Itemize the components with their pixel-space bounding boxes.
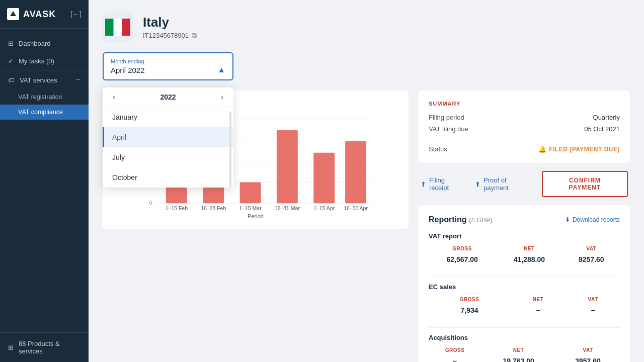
status-badge: 🔔 FILED (PAYMENT DUE) xyxy=(538,145,620,153)
action-bar: ⬆ Filing receipt ⬆ Proof of payment CONF… xyxy=(419,171,630,197)
ec-vat: – xyxy=(566,304,620,319)
month-selector-wrap: Month ending April 2022 ▲ ‹ 2022 › Janua… xyxy=(103,52,630,80)
svg-rect-18 xyxy=(313,153,335,204)
svg-marker-0 xyxy=(10,11,16,16)
bell-icon: 🔔 xyxy=(538,145,547,153)
table-row: 7,934 – – xyxy=(429,304,620,319)
svg-rect-2 xyxy=(114,19,122,36)
month-selector-value: April 2022 ▲ xyxy=(111,65,225,74)
acquisitions-title: Acquisitions xyxy=(429,334,620,341)
sidebar-nav: ⊞ Dashboard ✓ My tasks (0) 🏷 VAT service… xyxy=(0,29,89,332)
report-divider-1 xyxy=(429,277,620,277)
report-divider-2 xyxy=(429,327,620,328)
country-info: Italy IT12345678901 ⧉ xyxy=(143,15,197,40)
copy-icon[interactable]: ⧉ xyxy=(192,31,197,40)
table-row: – 19,763.00 3952.60 xyxy=(429,355,620,362)
month-selector-label: Month ending xyxy=(111,58,225,64)
svg-text:16–30 Apr: 16–30 Apr xyxy=(344,206,368,211)
upload-icon: ⬆ xyxy=(421,180,426,188)
svg-text:0: 0 xyxy=(149,200,152,206)
svg-text:1–15 Mar: 1–15 Mar xyxy=(239,206,262,211)
reporting-header: Reporting (£ GBP) ⬇ Download reports xyxy=(429,215,620,224)
svg-rect-16 xyxy=(240,182,261,203)
summary-divider xyxy=(429,139,620,139)
confirm-payment-button[interactable]: CONFIRM PAYMENT xyxy=(542,171,628,197)
status-row: Status 🔔 FILED (PAYMENT DUE) xyxy=(429,145,620,153)
svg-text:16–28 Feb: 16–28 Feb xyxy=(201,206,226,211)
filing-period-value: Quarterly xyxy=(593,114,620,121)
svg-rect-17 xyxy=(277,130,298,204)
vat-services-section: 🏷 VAT services − VAT registration VAT co… xyxy=(0,70,89,120)
logo: AVASK xyxy=(7,8,56,20)
col-gross-header: GROSS xyxy=(429,244,496,253)
month-option-january[interactable]: January xyxy=(103,107,233,127)
ec-sales-title: EC sales xyxy=(429,283,620,291)
download-reports-label: Download reports xyxy=(573,216,620,223)
sidebar-item-my-tasks[interactable]: ✓ My tasks (0) xyxy=(0,52,89,70)
svg-text:1–15 Apr: 1–15 Apr xyxy=(313,206,335,211)
x-axis-label: Period xyxy=(113,213,398,219)
ec-sales-table: GROSS NET VAT 7,934 – – xyxy=(429,295,620,319)
dropdown-scrollbar xyxy=(229,112,231,188)
vat-number: IT12345678901 xyxy=(143,32,189,39)
country-name: Italy xyxy=(143,15,197,30)
filing-period-row: Filing period Quarterly xyxy=(429,114,620,121)
month-option-july[interactable]: July xyxy=(103,147,233,167)
sidebar-item-vat-services[interactable]: 🏷 VAT services − xyxy=(0,70,89,89)
svg-text:16–31 Mar: 16–31 Mar xyxy=(275,206,300,211)
month-dropdown: ‹ 2022 › January April July October xyxy=(103,87,233,188)
filing-receipt-link[interactable]: ⬆ Filing receipt xyxy=(421,176,465,192)
logo-icon xyxy=(7,8,19,20)
upload-icon-2: ⬆ xyxy=(475,180,480,188)
acq-net: 19,763.00 xyxy=(481,355,556,362)
summary-title: SUMMARY xyxy=(429,101,620,107)
svg-rect-3 xyxy=(122,19,130,36)
acq-vat: 3952.60 xyxy=(556,355,620,362)
ec-col-net: NET xyxy=(510,295,566,304)
vat-filing-due-label: VAT filing due xyxy=(429,125,468,133)
country-vat-id: IT12345678901 ⧉ xyxy=(143,31,197,40)
vat-report-gross: 62,567.00 xyxy=(429,253,496,268)
country-flag xyxy=(103,12,133,42)
sidebar-item-dashboard[interactable]: ⊞ Dashboard xyxy=(0,35,89,52)
sidebar-bottom-products[interactable]: ⊞ 88 Products & services xyxy=(0,332,89,362)
proof-payment-label: Proof of payment xyxy=(484,176,532,192)
vat-filing-due-row: VAT filing due 05 Oct 2021 xyxy=(429,125,620,133)
year-prev-button[interactable]: ‹ xyxy=(111,93,117,102)
year-next-button[interactable]: › xyxy=(219,93,225,102)
sidebar: AVASK [←] ⊞ Dashboard ✓ My tasks (0) 🏷 V… xyxy=(0,0,89,362)
reporting-title: Reporting xyxy=(429,215,467,224)
check-circle-icon: ✓ xyxy=(8,57,14,65)
country-header: Italy IT12345678901 ⧉ xyxy=(103,12,630,42)
reporting-currency: (£ GBP) xyxy=(469,216,493,224)
collapse-button[interactable]: [←] xyxy=(70,10,82,18)
svg-rect-19 xyxy=(345,141,366,204)
reporting-card: Reporting (£ GBP) ⬇ Download reports VAT… xyxy=(419,205,630,362)
sidebar-header: AVASK [←] xyxy=(0,0,89,29)
download-icon: ⬇ xyxy=(565,216,570,223)
download-reports-link[interactable]: ⬇ Download reports xyxy=(565,216,620,223)
col-net-header: NET xyxy=(496,244,562,253)
ec-col-vat: VAT xyxy=(566,295,620,304)
status-value: FILED (PAYMENT DUE) xyxy=(549,146,620,153)
sidebar-item-label: VAT services xyxy=(20,76,57,84)
summary-card: SUMMARY Filing period Quarterly VAT fili… xyxy=(419,90,630,163)
products-services-label: 88 Products & services xyxy=(19,340,80,355)
table-row: 62,567.00 41,288.00 8257.60 xyxy=(429,253,620,268)
vat-report-title: VAT report xyxy=(429,232,620,240)
acq-col-vat: VAT xyxy=(556,345,620,355)
acquisitions-table: GROSS NET VAT – 19,763.00 3952.60 xyxy=(429,345,620,362)
year-nav: ‹ 2022 › xyxy=(103,87,233,107)
month-selector[interactable]: Month ending April 2022 ▲ xyxy=(103,52,233,80)
col-vat-header: VAT xyxy=(563,244,620,253)
month-option-october[interactable]: October xyxy=(103,167,233,188)
month-option-april[interactable]: April xyxy=(103,127,233,147)
status-label: Status xyxy=(429,145,447,153)
sidebar-item-vat-registration[interactable]: VAT registration xyxy=(0,89,89,105)
tag-icon: 🏷 xyxy=(8,76,15,84)
sidebar-item-label: My tasks (0) xyxy=(19,57,54,65)
sidebar-item-vat-compliance[interactable]: VAT compliance xyxy=(0,105,89,120)
proof-payment-link[interactable]: ⬆ Proof of payment xyxy=(475,176,532,192)
filing-receipt-label: Filing receipt xyxy=(429,176,465,192)
month-selected-value: April 2022 xyxy=(111,66,145,74)
